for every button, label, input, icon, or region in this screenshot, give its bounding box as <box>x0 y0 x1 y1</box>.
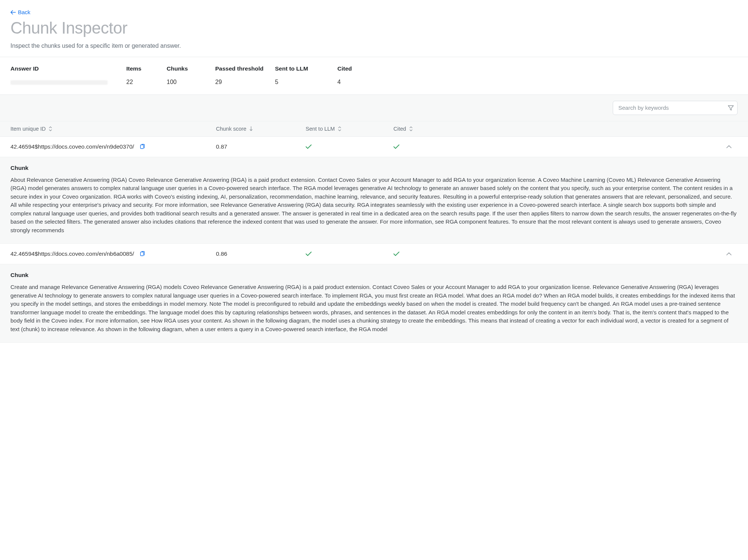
th-cited[interactable]: Cited <box>393 126 726 132</box>
table-header: Item unique ID Chunk score Sent to LLM C… <box>0 121 748 137</box>
cell-item-id: 42.46594$https://docs.coveo.com/en/n9de0… <box>10 143 134 150</box>
summary-label-cited: Cited <box>337 65 382 72</box>
back-label: Back <box>18 9 30 15</box>
page-subtitle: Inspect the chunks used for a specific i… <box>10 43 738 49</box>
summary-label-answer-id: Answer ID <box>10 65 126 72</box>
th-sent[interactable]: Sent to LLM <box>306 126 393 132</box>
sort-icon <box>409 126 413 131</box>
check-icon <box>306 252 312 256</box>
sort-icon <box>49 126 52 131</box>
filter-icon[interactable] <box>728 105 734 111</box>
arrow-left-icon <box>10 10 16 15</box>
summary-band: Answer ID Items 22 Chunks 100 Passed thr… <box>0 57 748 95</box>
check-icon <box>306 144 312 149</box>
check-icon <box>393 144 399 149</box>
chevron-up-icon[interactable] <box>726 145 732 148</box>
table-row: 42.46594$https://docs.coveo.com/en/nb6a0… <box>0 244 748 264</box>
summary-label-passed: Passed threshold <box>215 65 275 72</box>
copy-icon[interactable] <box>139 251 145 257</box>
chunk-label: Chunk <box>10 272 738 279</box>
chunk-panel: Chunk Create and manage Relevance Genera… <box>0 264 748 343</box>
copy-icon[interactable] <box>139 144 145 150</box>
chunk-panel: Chunk About Relevance Generative Answeri… <box>0 157 748 244</box>
summary-value-chunks: 100 <box>167 79 215 85</box>
svg-rect-1 <box>140 252 143 256</box>
chunk-label: Chunk <box>10 165 738 171</box>
back-link[interactable]: Back <box>10 9 30 15</box>
summary-value-items: 22 <box>126 79 167 85</box>
summary-value-cited: 4 <box>337 79 382 85</box>
cell-score: 0.87 <box>216 143 306 150</box>
cell-item-id: 42.46594$https://docs.coveo.com/en/nb6a0… <box>10 251 134 257</box>
chevron-up-icon[interactable] <box>726 252 732 255</box>
answer-id-redacted <box>10 80 108 85</box>
th-chunk-score[interactable]: Chunk score <box>216 126 306 132</box>
toolbar <box>0 95 748 121</box>
table-row: 42.46594$https://docs.coveo.com/en/n9de0… <box>0 137 748 157</box>
sort-desc-icon <box>249 126 253 131</box>
page-title: Chunk Inspector <box>10 19 738 37</box>
search-input[interactable] <box>613 101 738 115</box>
summary-value-sent: 5 <box>275 79 337 85</box>
chunk-text: Create and manage Relevance Generative A… <box>10 283 738 333</box>
summary-label-items: Items <box>126 65 167 72</box>
summary-label-sent: Sent to LLM <box>275 65 337 72</box>
summary-label-chunks: Chunks <box>167 65 215 72</box>
check-icon <box>393 252 399 256</box>
summary-value-passed: 29 <box>215 79 275 85</box>
svg-rect-0 <box>140 145 143 149</box>
chunk-text: About Relevance Generative Answering (RG… <box>10 176 738 235</box>
th-item-id[interactable]: Item unique ID <box>10 126 216 132</box>
cell-score: 0.86 <box>216 251 306 257</box>
sort-icon <box>338 126 341 131</box>
